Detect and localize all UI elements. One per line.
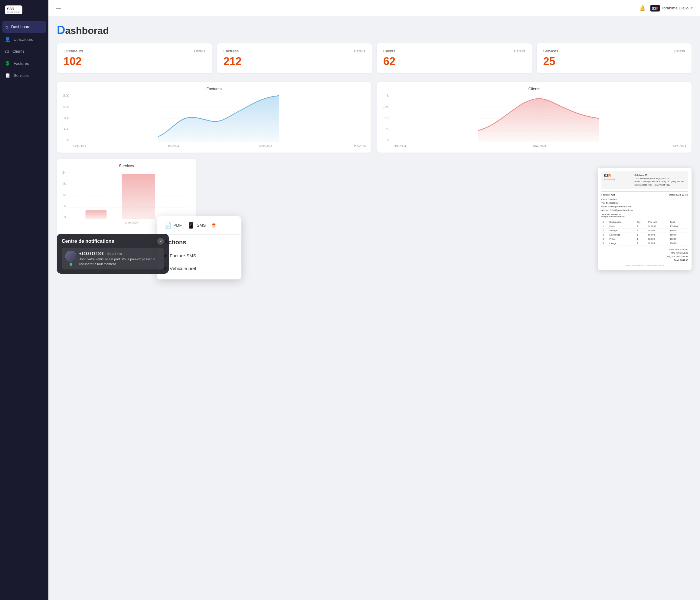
stat-details-link[interactable]: Details: [674, 49, 685, 53]
cell-total: $20.00: [669, 241, 688, 245]
cell-qty: 1: [636, 241, 647, 245]
stat-label: Services: [543, 49, 558, 53]
title-d: D: [57, 24, 65, 36]
bell-icon[interactable]: 🔔: [639, 5, 646, 11]
clients-chart: Clients 3 2.25 1.5 0.75 0: [377, 82, 692, 152]
cell-designation: Équilibrage: [608, 233, 636, 237]
stat-card-header: Factures Details: [224, 49, 366, 53]
stat-card-utilisateurs: Utilisateurs Details 102: [57, 43, 212, 73]
y-label: 1.5: [383, 117, 389, 120]
sidebar-item-clients[interactable]: 🗂 Clients: [0, 45, 48, 57]
sidebar-item-label: Factures: [14, 61, 29, 66]
factures-chart: Factures 1600 1200 800 400 0: [57, 82, 371, 152]
x-label: Dec-2024: [673, 144, 686, 148]
folder-icon: 🗂: [5, 49, 9, 54]
username: Ibrahima Diallo: [662, 6, 689, 10]
stat-details-link[interactable]: Details: [194, 49, 205, 53]
sidebar-item-factures[interactable]: 💲 Factures: [0, 57, 48, 69]
invoice-meta: Facture: #24 Date: 2024-12-02: [601, 193, 688, 196]
y-label: 1600: [62, 94, 69, 97]
cell-designation: Lavage: [608, 241, 636, 245]
cell-num: 2: [601, 228, 608, 233]
invoice-totals: Sous-Total: $320.00 TPS (5%): $16.00 TVQ…: [601, 248, 688, 262]
sidebar-item-label: Services: [14, 73, 29, 78]
cell-total: $150.00: [669, 224, 688, 228]
invoice-logo: S3R: [604, 174, 615, 178]
stat-card-header: Utilisateurs Details: [64, 49, 205, 53]
cell-designation: Pneus: [608, 237, 636, 241]
sms-button[interactable]: 📱 SMS: [187, 222, 206, 229]
svg-rect-16: [122, 174, 155, 219]
notif-body: +14388174993 il y a 1 min John votre véh…: [79, 251, 160, 266]
cell-num: 3: [601, 233, 608, 237]
pdf-button[interactable]: 📄 PDF: [164, 222, 182, 229]
x-label: Dec-2024: [353, 144, 366, 148]
invoice-header: S3R SOLUTIONS 3R Solutions 3R 1201 Rue F…: [601, 171, 688, 189]
sidebar-item-dashboard[interactable]: ⌂ Dashboard: [2, 21, 46, 33]
trash-button[interactable]: 🗑: [211, 222, 217, 229]
client-tel: Tél.: 5142225801: [601, 201, 688, 205]
cell-designation: Vidange: [608, 228, 636, 233]
table-row: 3 Équilibrage 1 $50.00 $50.00: [601, 233, 688, 237]
user-menu[interactable]: S3R Ibrahima Diallo ▾: [650, 5, 693, 11]
x-label: Nov-2024: [533, 144, 546, 148]
table-row: 1 Freins 1 $150.00 $150.00: [601, 224, 688, 228]
notif-close-button[interactable]: ×: [157, 238, 164, 245]
invoice-logo-area: S3R SOLUTIONS 3R: [604, 174, 615, 180]
avatar-img: [65, 251, 76, 262]
stat-details-link[interactable]: Details: [354, 49, 365, 53]
table-row: 2 Vidange 1 $40.00 $40.00: [601, 228, 688, 233]
col-qty: Qty: [636, 220, 647, 224]
col-prix: Prix unit.: [647, 220, 669, 224]
chart-title: Clients: [383, 87, 686, 91]
cell-total: $50.00: [669, 233, 688, 237]
sidebar-nav: ⌂ Dashboard 👤 Utilisateurs 🗂 Clients 💲 F…: [0, 20, 48, 81]
stat-details-link[interactable]: Details: [514, 49, 525, 53]
cell-prix: $60.00: [647, 237, 669, 241]
y-label: 24: [62, 171, 66, 174]
sidebar-logo: S3R SOLUTIONS 3R: [0, 0, 48, 17]
user-icon: 👤: [5, 37, 10, 42]
sidebar-item-label: Clients: [12, 49, 25, 54]
stat-card-factures: Factures Details 212: [217, 43, 372, 73]
topbar-right: 🔔 S3R Ibrahima Diallo ▾: [639, 5, 693, 11]
clients-svg: [391, 94, 686, 143]
sms-label: SMS: [197, 223, 206, 227]
content-area: — 🔔 S3R Ibrahima Diallo ▾ Dashborad: [48, 0, 700, 600]
y-label: 0: [383, 139, 389, 142]
hamburger-button[interactable]: —: [56, 5, 61, 11]
action-facture-sms[interactable]: Facture SMS: [157, 249, 242, 262]
stat-value: 25: [543, 55, 685, 68]
topbar: — 🔔 S3R Ibrahima Diallo ▾: [48, 0, 700, 16]
stat-label: Utilisateurs: [64, 49, 83, 53]
bottom-row: Services 24 18 12 6 0: [57, 159, 692, 274]
topbar-left: —: [56, 5, 61, 11]
stat-card-header: Clients Details: [383, 49, 525, 53]
cell-num: 4: [601, 237, 608, 241]
sidebar: S3R SOLUTIONS 3R ⌂ Dashboard 👤 Utilisate…: [0, 0, 48, 600]
cell-total: $60.00: [669, 237, 688, 241]
notif-avatar-area: [65, 251, 76, 265]
invoice-client-info: Client: John Doe Tél.: 5142225801 Email:…: [601, 198, 688, 212]
stat-card-clients: Clients Details 62: [377, 43, 532, 73]
table-row: 5 Lavage 1 $20.00 $20.00: [601, 241, 688, 245]
cell-qty: 1: [636, 224, 647, 228]
pdf-icon: 📄: [164, 222, 172, 229]
page-title: Dashborad: [57, 24, 692, 37]
chart-title: Factures: [62, 87, 366, 91]
x-label: Oct-2024: [167, 144, 179, 148]
invoice-footer: Généré par Solutions 3R - www.solutions3…: [601, 265, 688, 266]
invoice-date: 2024-12-02: [675, 193, 688, 196]
stats-row: Utilisateurs Details 102 Factures Detail…: [57, 43, 692, 73]
sidebar-item-services[interactable]: 📋 Services: [0, 69, 48, 81]
sidebar-item-utilisateurs[interactable]: 👤 Utilisateurs: [0, 33, 48, 45]
stat-card-header: Services Details: [543, 49, 685, 53]
invoice-date-label: Date: 2024-12-02: [669, 193, 688, 196]
y-label: 12: [62, 193, 66, 197]
action-vehicule-pret[interactable]: Véhicule prêt: [157, 262, 242, 274]
invoice-card: S3R SOLUTIONS 3R Solutions 3R 1201 Rue F…: [598, 168, 692, 270]
client-name: John Doe: [608, 198, 617, 200]
x-label: Sep-2024: [73, 144, 86, 148]
client-email: Email: contact@solutions3r.com: [601, 205, 688, 209]
col-num: #: [601, 220, 608, 224]
